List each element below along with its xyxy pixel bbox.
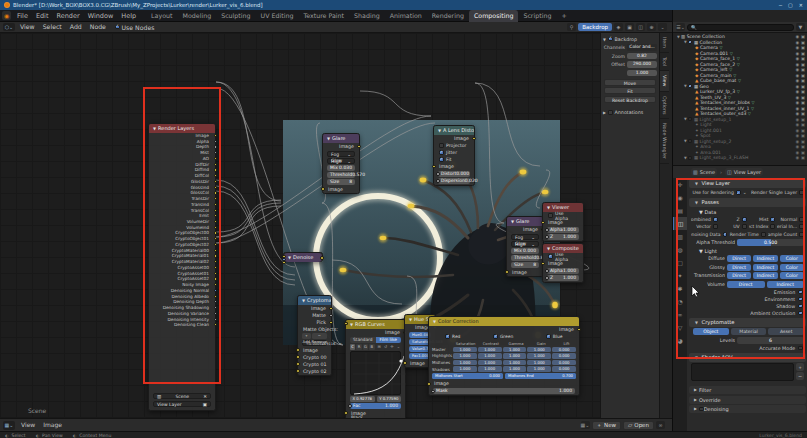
eye-icon[interactable]: ◉ (795, 122, 799, 127)
cc-value-field[interactable]: 0.000 (552, 366, 576, 372)
input-socket[interactable] (545, 269, 549, 273)
curve-tool-icon-0[interactable]: ⊞ (377, 344, 382, 350)
editor-type-dropdown[interactable]: ⬡⌄ (3, 23, 15, 31)
image-menu-view[interactable]: View (17, 419, 39, 431)
input-socket[interactable] (344, 322, 348, 326)
aov-remove-button[interactable]: − (796, 372, 804, 380)
eye-icon[interactable]: ◉ (795, 67, 799, 72)
output-socket[interactable] (577, 328, 581, 332)
denoising-data-checkbox[interactable]: ✓ (723, 232, 728, 237)
outliner-editor-type-icon[interactable]: ☰⌄ (676, 23, 685, 31)
sidebar-tab-view[interactable]: View (660, 71, 669, 91)
diffuse-indirect-button[interactable]: Indirect (753, 255, 777, 262)
properties-tab-constraints[interactable]: ∞ (673, 308, 687, 321)
eye-icon[interactable]: ◉ (795, 56, 799, 61)
collection-checkbox[interactable] (688, 117, 692, 121)
cc-value-field[interactable]: 1.000 (527, 360, 551, 366)
combined-checkbox[interactable]: ✓ (713, 217, 718, 222)
properties-tab-material[interactable]: ◕ (673, 334, 687, 347)
eye-icon[interactable]: ◉ (795, 95, 799, 100)
output-socket[interactable] (214, 209, 217, 212)
eye-icon[interactable]: ◉ (795, 117, 799, 122)
backdrop-checkbox[interactable]: ✓ (608, 37, 613, 42)
camera-visibility-icon[interactable]: ▣ (801, 84, 805, 89)
checkbox-use-alpha[interactable]: Use Alpha (543, 212, 583, 219)
properties-tab-world[interactable]: ◍ (673, 243, 687, 256)
collapse-arrow-icon[interactable]: ▼ (547, 244, 550, 253)
remove-matte-button[interactable]: − Remove (312, 333, 327, 339)
cc-value-field[interactable]: 1.000 (527, 366, 551, 372)
use-for-rendering-checkbox[interactable]: ✓ (736, 190, 741, 195)
camera-visibility-icon[interactable]: ▣ (801, 133, 805, 138)
transmission-indirect-button[interactable]: Indirect (753, 272, 777, 279)
curve-tool-icon-3[interactable]: ⌄ (396, 344, 401, 350)
field-z[interactable]: Z1.000 (547, 234, 579, 240)
camera-visibility-icon[interactable]: ▣ (801, 139, 805, 144)
outliner-row-light_setup_3_flash[interactable]: ▼▦Light_setup_3_FLASH◉▣ (673, 155, 807, 161)
camera-visibility-icon[interactable]: ▣ (801, 67, 805, 72)
node-color-correction-header[interactable]: ▼Color Correction (429, 317, 579, 326)
field-z[interactable]: Z1.000 (547, 275, 579, 281)
input-socket[interactable] (545, 276, 549, 280)
node-menu-add[interactable]: Add (66, 21, 86, 33)
glossy-indirect-button[interactable]: Indirect (753, 264, 777, 271)
tone-toggle[interactable]: StandardFilm like (350, 337, 401, 343)
node-color-correction[interactable]: ▼Color CorrectionImage✓Red✓Green✓BlueSat… (428, 316, 580, 396)
output-socket[interactable] (214, 140, 217, 143)
expand-icon[interactable]: ▼ (695, 355, 698, 360)
light-check-environment[interactable]: Environment✓ (687, 296, 807, 303)
camera-visibility-icon[interactable]: ▣ (801, 40, 805, 45)
field-size[interactable]: Size8 (327, 179, 355, 185)
expand-icon[interactable]: ▼ (695, 320, 698, 325)
move-backdrop-button[interactable]: Move (604, 79, 656, 86)
view-layer-panel-header[interactable]: ▼ View Layer (689, 179, 806, 188)
check-red[interactable]: ✓Red (445, 334, 460, 339)
collapse-arrow-icon[interactable]: ▼ (433, 317, 436, 326)
crypto-material-button[interactable]: Material (731, 328, 767, 335)
input-socket[interactable] (296, 369, 300, 373)
sidebar-tab-item[interactable]: Item (660, 33, 669, 53)
collapsed-icon[interactable]: ▶ (694, 405, 697, 413)
pass-toggle-vector[interactable]: Vector (691, 224, 718, 229)
input-socket[interactable] (505, 270, 509, 274)
channels-dropdown[interactable]: Color and... (627, 44, 657, 51)
workspace-tab-shading[interactable]: Shading (349, 10, 385, 22)
field-fac[interactable]: Fac1.000 (350, 403, 401, 409)
menu-edit[interactable]: Edit (32, 10, 53, 22)
blue-checkbox[interactable]: ✓ (546, 334, 551, 339)
collapse-arrow-icon[interactable]: ▼ (153, 124, 156, 133)
input-socket[interactable] (344, 411, 348, 415)
volume-indirect-button[interactable]: Indirect (767, 281, 805, 288)
output-socket[interactable] (214, 312, 217, 315)
eye-icon[interactable]: ◉ (795, 45, 799, 50)
transmission-direct-button[interactable]: Direct (727, 272, 751, 279)
input-socket[interactable] (321, 187, 325, 191)
collection-checkbox[interactable] (688, 156, 692, 160)
properties-tab-modifiers[interactable]: ✦ (673, 269, 687, 282)
accurate-mode-checkbox[interactable] (798, 346, 803, 351)
add-matte-button[interactable]: ＋ Add (302, 333, 311, 339)
cc-value-field[interactable]: 1.000 (478, 366, 502, 372)
workspace-tab-modeling[interactable]: Modeling (178, 10, 217, 22)
eye-icon[interactable]: ◉ (795, 89, 799, 94)
curve-channel-row[interactable]: CRGB⊞↺✛⌄ (350, 344, 401, 350)
diffuse-direct-button[interactable]: Direct (727, 255, 751, 262)
cc-value-field[interactable]: 0.000 (552, 353, 576, 359)
collapsed-panel-filter[interactable]: ▶ Filter (689, 386, 806, 394)
checkbox-use-alpha[interactable]: ✓Use Alpha (543, 253, 583, 260)
camera-visibility-icon[interactable]: ▣ (801, 73, 805, 78)
light-section-header[interactable]: ▼ Light (687, 247, 807, 255)
glossy-direct-button[interactable]: Direct (727, 264, 751, 271)
input-socket[interactable] (545, 235, 549, 239)
cc-value-field[interactable]: 1.000 (478, 347, 502, 353)
black-level-row[interactable]: Black Level (346, 417, 405, 418)
eye-icon[interactable]: ◉ (795, 133, 799, 138)
coord-y-field[interactable]: Y 0.77590 (377, 396, 402, 402)
camera-visibility-icon[interactable]: ▣ (801, 111, 805, 116)
properties-tab-output[interactable]: ▤ (673, 204, 687, 217)
denoise-image-output[interactable] (320, 256, 324, 260)
camera-visibility-icon[interactable]: ▣ (801, 95, 805, 100)
output-socket[interactable] (214, 163, 217, 166)
field-threshold[interactable]: Threshold0.870 (511, 255, 539, 261)
collapse-arrow-icon[interactable]: ▼ (511, 217, 514, 226)
